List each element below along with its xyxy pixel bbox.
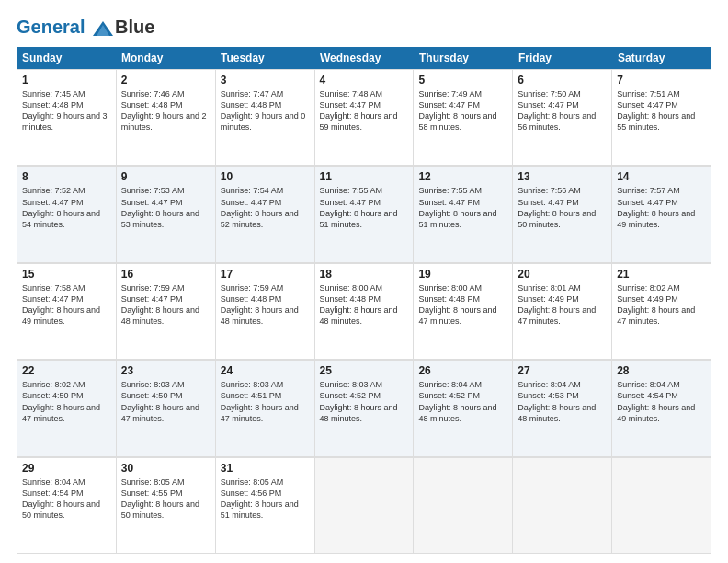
cell-text: Sunrise: 8:03 AMSunset: 4:50 PMDaylight:… [121, 379, 210, 424]
cal-header-cell: Thursday [414, 47, 513, 69]
cell-text: Sunrise: 7:59 AMSunset: 4:47 PMDaylight:… [121, 282, 210, 327]
day-number: 18 [320, 268, 409, 281]
day-number: 27 [518, 364, 607, 377]
day-number: 30 [121, 462, 210, 475]
day-number: 23 [121, 364, 210, 377]
cell-text: Sunrise: 7:50 AMSunset: 4:47 PMDaylight:… [518, 88, 607, 133]
day-number: 29 [22, 462, 111, 475]
cal-cell: 19Sunrise: 8:00 AMSunset: 4:48 PMDayligh… [414, 264, 513, 360]
cal-cell [612, 458, 711, 554]
cal-header-cell: Wednesday [314, 47, 414, 69]
cal-cell: 2Sunrise: 7:46 AMSunset: 4:48 PMDaylight… [117, 70, 216, 166]
cal-cell: 31Sunrise: 8:05 AMSunset: 4:56 PMDayligh… [216, 458, 315, 554]
cal-cell: 16Sunrise: 7:59 AMSunset: 4:47 PMDayligh… [117, 264, 216, 360]
day-number: 17 [221, 268, 310, 281]
day-number: 13 [518, 170, 607, 183]
cal-cell: 21Sunrise: 8:02 AMSunset: 4:49 PMDayligh… [612, 264, 711, 360]
cell-text: Sunrise: 7:59 AMSunset: 4:48 PMDaylight:… [221, 282, 310, 327]
cal-cell [315, 458, 415, 554]
calendar-body: 1Sunrise: 7:45 AMSunset: 4:48 PMDaylight… [17, 69, 711, 554]
day-number: 21 [617, 268, 706, 281]
cell-text: Sunrise: 7:51 AMSunset: 4:47 PMDaylight:… [617, 88, 706, 133]
cal-cell: 24Sunrise: 8:03 AMSunset: 4:51 PMDayligh… [216, 361, 315, 456]
cal-cell: 22Sunrise: 8:02 AMSunset: 4:50 PMDayligh… [17, 361, 117, 456]
cal-cell: 1Sunrise: 7:45 AMSunset: 4:48 PMDaylight… [17, 70, 117, 166]
logo-icon [93, 19, 113, 38]
cell-text: Sunrise: 8:01 AMSunset: 4:49 PMDaylight:… [518, 282, 607, 327]
cal-cell: 3Sunrise: 7:47 AMSunset: 4:48 PMDaylight… [216, 70, 315, 166]
cal-header-cell: Tuesday [215, 47, 314, 69]
day-number: 31 [221, 462, 310, 475]
cal-cell: 18Sunrise: 8:00 AMSunset: 4:48 PMDayligh… [315, 264, 415, 360]
cell-text: Sunrise: 8:05 AMSunset: 4:55 PMDaylight:… [121, 477, 210, 522]
day-number: 6 [518, 74, 607, 86]
cal-cell: 20Sunrise: 8:01 AMSunset: 4:49 PMDayligh… [513, 264, 612, 360]
cell-text: Sunrise: 7:54 AMSunset: 4:47 PMDaylight:… [221, 185, 310, 230]
day-number: 16 [121, 268, 210, 281]
cal-week: 1Sunrise: 7:45 AMSunset: 4:48 PMDaylight… [17, 69, 711, 166]
cell-text: Sunrise: 8:04 AMSunset: 4:52 PMDaylight:… [418, 379, 507, 424]
cal-cell: 23Sunrise: 8:03 AMSunset: 4:50 PMDayligh… [117, 361, 216, 456]
cal-week: 8Sunrise: 7:52 AMSunset: 4:47 PMDaylight… [17, 166, 711, 262]
cell-text: Sunrise: 7:46 AMSunset: 4:48 PMDaylight:… [121, 88, 210, 133]
calendar-header-row: SundayMondayTuesdayWednesdayThursdayFrid… [17, 47, 711, 69]
cal-cell: 12Sunrise: 7:55 AMSunset: 4:47 PMDayligh… [414, 167, 513, 262]
day-number: 11 [320, 170, 409, 183]
cal-cell: 27Sunrise: 8:04 AMSunset: 4:53 PMDayligh… [513, 361, 612, 456]
cal-cell: 8Sunrise: 7:52 AMSunset: 4:47 PMDaylight… [17, 167, 117, 262]
cell-text: Sunrise: 7:55 AMSunset: 4:47 PMDaylight:… [418, 185, 507, 230]
cal-cell: 17Sunrise: 7:59 AMSunset: 4:48 PMDayligh… [216, 264, 315, 360]
day-number: 26 [418, 364, 507, 377]
cal-header-cell: Saturday [612, 47, 711, 69]
cal-cell: 6Sunrise: 7:50 AMSunset: 4:47 PMDaylight… [513, 70, 612, 166]
cell-text: Sunrise: 8:04 AMSunset: 4:54 PMDaylight:… [22, 477, 111, 522]
cal-cell: 14Sunrise: 7:57 AMSunset: 4:47 PMDayligh… [612, 167, 711, 262]
cell-text: Sunrise: 8:02 AMSunset: 4:49 PMDaylight:… [617, 282, 706, 327]
cal-cell: 10Sunrise: 7:54 AMSunset: 4:47 PMDayligh… [216, 167, 315, 262]
cal-cell: 9Sunrise: 7:53 AMSunset: 4:47 PMDaylight… [117, 167, 216, 262]
cell-text: Sunrise: 8:04 AMSunset: 4:54 PMDaylight:… [617, 379, 706, 424]
cell-text: Sunrise: 7:57 AMSunset: 4:47 PMDaylight:… [617, 185, 706, 230]
day-number: 4 [320, 74, 409, 86]
day-number: 20 [518, 268, 607, 281]
day-number: 3 [221, 74, 310, 86]
day-number: 15 [22, 268, 111, 281]
cell-text: Sunrise: 7:47 AMSunset: 4:48 PMDaylight:… [221, 88, 310, 133]
cal-cell: 5Sunrise: 7:49 AMSunset: 4:47 PMDaylight… [414, 70, 513, 166]
day-number: 14 [617, 170, 706, 183]
day-number: 10 [221, 170, 310, 183]
cal-cell: 7Sunrise: 7:51 AMSunset: 4:47 PMDaylight… [612, 70, 711, 166]
day-number: 28 [617, 364, 706, 377]
header: General Blue [17, 17, 711, 38]
cell-text: Sunrise: 8:00 AMSunset: 4:48 PMDaylight:… [320, 282, 409, 327]
day-number: 24 [221, 364, 310, 377]
cal-header-cell: Monday [116, 47, 215, 69]
calendar: SundayMondayTuesdayWednesdayThursdayFrid… [17, 47, 711, 554]
cal-cell: 25Sunrise: 8:03 AMSunset: 4:52 PMDayligh… [315, 361, 415, 456]
cell-text: Sunrise: 8:03 AMSunset: 4:51 PMDaylight:… [221, 379, 310, 424]
cell-text: Sunrise: 7:45 AMSunset: 4:48 PMDaylight:… [22, 88, 111, 133]
cell-text: Sunrise: 7:52 AMSunset: 4:47 PMDaylight:… [22, 185, 111, 230]
cal-cell: 15Sunrise: 7:58 AMSunset: 4:47 PMDayligh… [17, 264, 117, 360]
day-number: 7 [617, 74, 706, 86]
logo: General Blue [17, 17, 154, 38]
logo-text: General [17, 17, 113, 38]
cell-text: Sunrise: 8:03 AMSunset: 4:52 PMDaylight:… [320, 379, 409, 424]
cell-text: Sunrise: 8:00 AMSunset: 4:48 PMDaylight:… [418, 282, 507, 327]
day-number: 1 [22, 74, 111, 86]
day-number: 9 [121, 170, 210, 183]
cal-cell: 28Sunrise: 8:04 AMSunset: 4:54 PMDayligh… [612, 361, 711, 456]
cal-cell: 29Sunrise: 8:04 AMSunset: 4:54 PMDayligh… [17, 458, 117, 554]
cal-week: 15Sunrise: 7:58 AMSunset: 4:47 PMDayligh… [17, 263, 711, 360]
day-number: 2 [121, 74, 210, 86]
page: General Blue SundayMondayTuesdayWednesda… [0, 0, 728, 563]
cal-cell: 26Sunrise: 8:04 AMSunset: 4:52 PMDayligh… [414, 361, 513, 456]
day-number: 5 [418, 74, 507, 86]
logo-text2: Blue [115, 17, 154, 38]
cal-cell [414, 458, 513, 554]
cal-cell: 30Sunrise: 8:05 AMSunset: 4:55 PMDayligh… [117, 458, 216, 554]
cell-text: Sunrise: 7:48 AMSunset: 4:47 PMDaylight:… [320, 88, 409, 133]
cal-week: 22Sunrise: 8:02 AMSunset: 4:50 PMDayligh… [17, 360, 711, 456]
cell-text: Sunrise: 7:56 AMSunset: 4:47 PMDaylight:… [518, 185, 607, 230]
cell-text: Sunrise: 8:05 AMSunset: 4:56 PMDaylight:… [221, 477, 310, 522]
